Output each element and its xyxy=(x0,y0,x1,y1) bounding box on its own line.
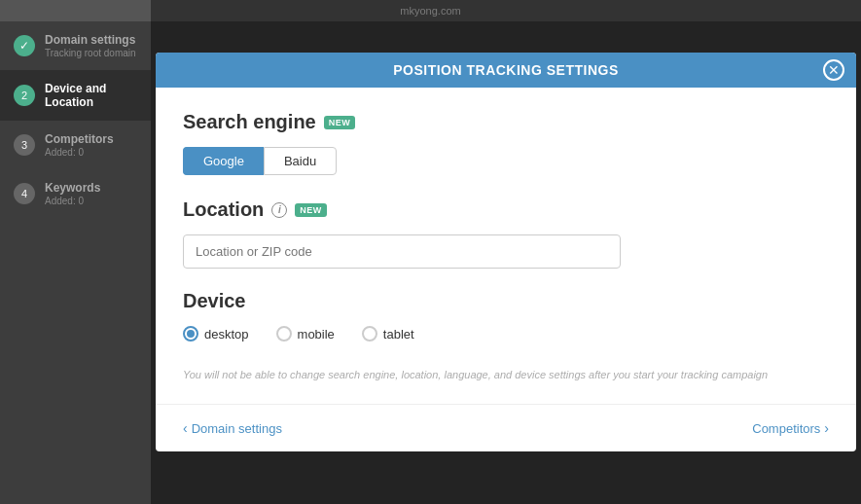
sidebar-item-3-title: Competitors xyxy=(45,132,114,146)
sidebar-item-competitors[interactable]: 3 Competitors Added: 0 xyxy=(0,121,151,169)
device-label: Device xyxy=(183,290,246,312)
sidebar-item-3-subtitle: Added: 0 xyxy=(45,147,114,158)
search-engine-label: Search engine xyxy=(183,111,316,133)
device-desktop-option[interactable]: desktop xyxy=(183,326,249,342)
baidu-button[interactable]: Baidu xyxy=(264,147,337,175)
device-mobile-option[interactable]: mobile xyxy=(276,326,335,342)
warning-text: You will not be able to change search en… xyxy=(183,369,829,380)
search-engine-section-title: Search engine NEW xyxy=(183,111,829,133)
device-tablet-option[interactable]: tablet xyxy=(362,326,414,342)
sidebar-item-4-subtitle: Added: 0 xyxy=(45,196,100,206)
close-button[interactable]: ✕ xyxy=(823,59,844,81)
location-input[interactable] xyxy=(183,234,621,269)
back-label: Domain settings xyxy=(192,421,282,436)
modal-title: POSITION TRACKING SETTINGS xyxy=(393,62,619,78)
desktop-radio[interactable] xyxy=(183,326,198,342)
forward-link[interactable]: Competitors › xyxy=(752,420,829,436)
location-badge: NEW xyxy=(295,203,327,217)
sidebar-item-keywords[interactable]: 4 Keywords Added: 0 xyxy=(0,169,151,218)
device-section-title: Device xyxy=(183,290,829,312)
sidebar-item-2-title: Device and Location xyxy=(45,82,137,109)
back-link[interactable]: ‹ Domain settings xyxy=(183,420,282,436)
step-num-2: 2 xyxy=(14,85,35,106)
tablet-label: tablet xyxy=(383,327,414,342)
modal-body: Search engine NEW Google Baidu Location … xyxy=(156,88,856,404)
step-check-icon: ✓ xyxy=(14,35,35,56)
search-engine-buttons: Google Baidu xyxy=(183,147,829,175)
mobile-radio[interactable] xyxy=(276,326,292,342)
desktop-label: desktop xyxy=(204,327,249,342)
back-arrow-icon: ‹ xyxy=(183,420,188,436)
step-num-4: 4 xyxy=(14,183,35,204)
device-options: desktop mobile tablet xyxy=(183,326,829,342)
step-num-3: 3 xyxy=(14,134,35,156)
tablet-radio[interactable] xyxy=(362,326,377,342)
search-engine-badge: NEW xyxy=(324,116,356,129)
sidebar-item-domain-settings[interactable]: ✓ Domain settings Tracking root domain xyxy=(0,21,151,70)
forward-label: Competitors xyxy=(752,421,820,436)
location-info-icon[interactable]: i xyxy=(271,202,287,218)
modal-footer: ‹ Domain settings Competitors › xyxy=(156,404,856,451)
modal-overlay: POSITION TRACKING SETTINGS ✕ Search engi… xyxy=(151,0,861,504)
modal: POSITION TRACKING SETTINGS ✕ Search engi… xyxy=(156,53,856,451)
sidebar-item-device-location[interactable]: 2 Device and Location xyxy=(0,70,151,121)
modal-header: POSITION TRACKING SETTINGS ✕ xyxy=(156,53,856,88)
mobile-label: mobile xyxy=(298,327,335,342)
sidebar-item-4-title: Keywords xyxy=(45,181,100,195)
location-section-title: Location i NEW xyxy=(183,198,829,221)
location-label: Location xyxy=(183,198,264,221)
sidebar-item-1-title: Domain settings xyxy=(45,33,136,47)
google-button[interactable]: Google xyxy=(183,147,264,175)
sidebar-item-1-subtitle: Tracking root domain xyxy=(45,48,136,58)
sidebar: ✓ Domain settings Tracking root domain 2… xyxy=(0,21,151,504)
forward-arrow-icon: › xyxy=(824,420,829,436)
